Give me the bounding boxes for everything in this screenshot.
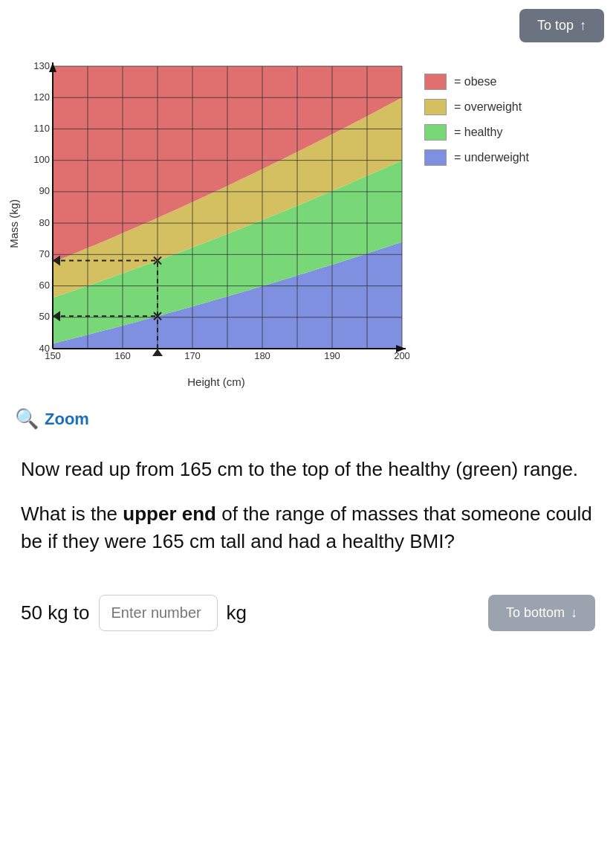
legend-item: = obese: [424, 74, 529, 90]
paragraph-2-start: What is the: [21, 503, 123, 525]
answer-input[interactable]: [99, 595, 218, 631]
legend-swatch: [424, 99, 447, 115]
top-bar: To top ↑: [0, 0, 616, 51]
legend-swatch: [424, 74, 447, 90]
legend-swatch: [424, 149, 447, 166]
zoom-label: Zoom: [45, 410, 89, 429]
legend-label: = underweight: [454, 151, 529, 164]
zoom-icon: 🔍: [15, 407, 39, 430]
legend-label: = obese: [454, 75, 496, 88]
to-bottom-icon: ↓: [571, 605, 577, 621]
to-bottom-button[interactable]: To bottom ↓: [488, 595, 595, 631]
x-axis-label: Height (cm): [187, 375, 245, 388]
answer-suffix: kg: [227, 601, 247, 624]
answer-row: 50 kg to kg To bottom ↓: [0, 587, 616, 646]
chart-container: Mass (kg) Height (cm) = obese= overweigh…: [0, 51, 616, 396]
to-top-icon: ↑: [580, 18, 586, 33]
answer-prefix: 50 kg to: [21, 601, 90, 624]
legend-label: = overweight: [454, 100, 522, 114]
legend-item: = overweight: [424, 99, 529, 115]
legend-item: = healthy: [424, 124, 529, 141]
paragraph-2: What is the upper end of the range of ma…: [21, 500, 595, 555]
legend: = obese= overweight= healthy= underweigh…: [424, 59, 529, 166]
paragraph-1: Now read up from 165 cm to the top of th…: [21, 456, 595, 482]
zoom-section: 🔍 Zoom: [0, 396, 616, 448]
to-bottom-label: To bottom: [506, 605, 565, 621]
legend-item: = underweight: [424, 149, 529, 166]
to-top-button[interactable]: To top ↑: [519, 9, 604, 42]
content-section: Now read up from 165 cm to the top of th…: [0, 448, 616, 587]
chart-inner: Height (cm): [23, 59, 409, 388]
paragraph-2-bold: upper end: [123, 503, 216, 525]
to-top-label: To top: [537, 18, 574, 33]
bmi-chart: [23, 59, 409, 371]
legend-swatch: [424, 124, 447, 141]
zoom-button[interactable]: 🔍 Zoom: [15, 407, 89, 430]
y-axis-label: Mass (kg): [7, 199, 20, 248]
chart-wrapper: Mass (kg) Height (cm): [7, 59, 409, 388]
legend-label: = healthy: [454, 126, 502, 139]
